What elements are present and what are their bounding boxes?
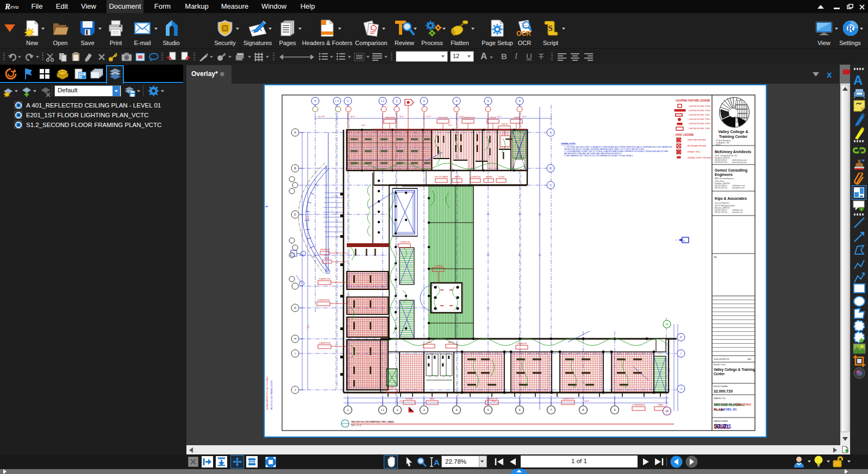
svg-text:32'-8": 32'-8" (308, 216, 310, 220)
svg-text:LOUNGE: LOUNGE (435, 265, 443, 267)
svg-text:STAIR: STAIR (389, 387, 395, 389)
svg-text:x: x (827, 69, 832, 79)
svg-text:LIGHTING FIXTURE, TYPE F: LIGHTING FIXTURE, TYPE F (689, 128, 710, 130)
svg-text:4: 4 (455, 408, 457, 412)
svg-text:N: N (292, 252, 294, 255)
svg-text:J: J (295, 388, 296, 391)
svg-text:36'-2": 36'-2" (448, 124, 453, 127)
svg-text:ELEV.: ELEV. (427, 342, 432, 344)
svg-text:Structural Engineers: Structural Engineers (715, 202, 730, 204)
svg-text:RETURN AIR DIFFUSER: RETURN AIR DIFFUSER (688, 145, 707, 147)
svg-text:evu: evu (10, 3, 19, 10)
svg-text:3: 3 (423, 99, 424, 103)
svg-text:5: 5 (487, 99, 489, 103)
svg-text:E201: E201 (717, 423, 732, 429)
svg-text:PLAN: PLAN (714, 408, 723, 412)
svg-text:CLASSROOM: CLASSROOM (319, 278, 330, 280)
svg-text:6: 6 (519, 99, 520, 103)
svg-text:SUPPLY AIR DIFFUSER: SUPPLY AIR DIFFUSER (688, 139, 706, 141)
svg-text:CORRIDOR: CORRIDOR (471, 176, 481, 178)
svg-text:6: 6 (519, 408, 520, 412)
svg-text:1.1: 1.1 (381, 409, 385, 412)
svg-text:CORRIDOR: CORRIDOR (400, 241, 410, 243)
svg-text:9: 9 (614, 408, 615, 412)
svg-text:1.79: 1.79 (335, 100, 340, 103)
svg-text:LEVEL 01: LEVEL 01 (721, 407, 737, 411)
svg-text:McKINNEY ARCHITECTS 744 E COLO: McKINNEY ARCHITECTS 744 E COLORADO (266, 376, 268, 410)
svg-text:SPRINKLER: SPRINKLER (320, 249, 330, 251)
svg-text:SIDEWALL SUPPLY DIFFUSER: SIDEWALL SUPPLY DIFFUSER (688, 157, 711, 159)
svg-text:CLASSROOM: CLASSROOM (486, 398, 498, 400)
svg-text:J: J (680, 387, 682, 390)
svg-text:8: 8 (582, 408, 584, 412)
svg-text:10: 10 (665, 409, 669, 413)
svg-text:CONFERENCE: CONFERENCE (632, 404, 645, 406)
svg-text:32.000.720: 32.000.720 (714, 389, 733, 393)
svg-text:49'-9": 49'-9" (361, 124, 366, 127)
svg-text:CONFERENCE: CONFERENCE (317, 299, 330, 301)
svg-text:R: R (4, 2, 10, 11)
svg-text:LIGHTING: LIGHTING (735, 402, 752, 406)
svg-text:3: 3 (423, 408, 424, 412)
svg-text:3. SEE DRAWINGS SN-1 THRU CH-: 3. SEE DRAWINGS SN-1 THRU CH-30.2 FOR GE… (564, 155, 633, 157)
svg-text:CLASSROOM: CLASSROOM (562, 398, 574, 400)
svg-text:www.gomez.com: www.gomez.com (732, 187, 745, 189)
svg-text:1.1: 1.1 (381, 100, 385, 103)
svg-text:Training Center: Training Center (719, 134, 748, 139)
svg-text:UP: UP (331, 210, 333, 212)
svg-text:GENERAL NOTES: GENERAL NOTES (561, 143, 576, 145)
svg-text:A: A (549, 131, 552, 134)
svg-text:46'-8": 46'-8" (351, 116, 355, 118)
svg-text:TOILET: TOILET (498, 176, 505, 178)
svg-text:H: H (294, 337, 296, 340)
svg-text:TAB: TAB (714, 256, 717, 258)
svg-text:STAIR: STAIR (658, 404, 663, 406)
svg-text:DRAWING TITLE: DRAWING TITLE (714, 397, 726, 400)
svg-text:B: B (294, 167, 296, 170)
svg-text:H: H (680, 336, 682, 339)
svg-text:STAIR: STAIR (514, 117, 519, 119)
svg-text:MECH: MECH (455, 176, 461, 178)
svg-text:Kips & Associates: Kips & Associates (715, 197, 747, 201)
svg-text:36'-0": 36'-0" (399, 116, 404, 118)
svg-text:LIGHTING FIXTURE, TYPE B: LIGHTING FIXTURE, TYPE B (689, 110, 710, 112)
svg-text:DRAWING NUMBER: DRAWING NUMBER (714, 420, 728, 422)
svg-text:2: 2 (396, 408, 398, 412)
svg-text:PROJECT TITLE: PROJECT TITLE (714, 364, 725, 366)
svg-text:90012: 90012 (716, 144, 721, 146)
svg-text:D: D (294, 213, 296, 216)
svg-text:LIGHTING FIXTURE LEGEND: LIGHTING FIXTURE LEGEND (676, 99, 710, 102)
svg-text:CAFETERIA: CAFETERIA (384, 117, 395, 119)
svg-text:1: 1 (347, 408, 348, 412)
svg-text:S: S (548, 24, 553, 33)
svg-text:Engineers: Engineers (715, 173, 733, 177)
svg-text:4: 4 (455, 99, 457, 103)
svg-text:28'-4": 28'-4" (308, 324, 310, 328)
svg-text:5: 5 (487, 408, 489, 412)
svg-text:Gomez Consulting: Gomez Consulting (715, 168, 747, 173)
svg-text:www.mckinney.com: www.mckinney.com (732, 161, 747, 163)
svg-text:626.583.9270 fax: 626.583.9270 fax (715, 161, 728, 163)
svg-text:OFFICE: OFFICE (490, 117, 497, 119)
svg-text:CLASSROOM: CLASSROOM (319, 342, 330, 344)
svg-text:LIGHTING FIXTURE, TYPE C: LIGHTING FIXTURE, TYPE C (689, 114, 711, 116)
svg-text:LIGHTING FIXTURE, TYPE A: LIGHTING FIXTURE, TYPE A (689, 105, 710, 108)
svg-text:626.301.7231 fax: 626.301.7231 fax (715, 211, 728, 213)
svg-text:C: C (549, 184, 552, 187)
svg-text:LIGHTING FIXTURE, TYPE E: LIGHTING FIXTURE, TYPE E (689, 123, 710, 125)
svg-text:Valley College & Training: Valley College & Training (714, 368, 755, 372)
svg-text:www.kips.com: www.kips.com (732, 211, 743, 213)
svg-text:LIGHTING FIXTURE, TYPE D: LIGHTING FIXTURE, TYPE D (689, 118, 711, 121)
svg-text:M: M (327, 270, 328, 273)
svg-text:16'-9 7/8": 16'-9 7/8" (318, 116, 325, 118)
svg-text:38'-4": 38'-4" (522, 116, 527, 118)
svg-text:Center: Center (714, 372, 725, 376)
svg-text:N: N (683, 239, 685, 242)
svg-text:7: 7 (550, 408, 552, 412)
svg-text:22'-4": 22'-4" (427, 116, 431, 118)
svg-text:118'-8": 118'-8" (584, 400, 589, 402)
svg-text:VALLEY COLLEGE TRAINING CENTER: VALLEY COLLEGE TRAINING CENTER (271, 380, 273, 410)
svg-text:Valley College &: Valley College & (718, 129, 748, 134)
svg-text:OCR: OCR (516, 30, 531, 37)
svg-text:A: A (294, 131, 296, 134)
